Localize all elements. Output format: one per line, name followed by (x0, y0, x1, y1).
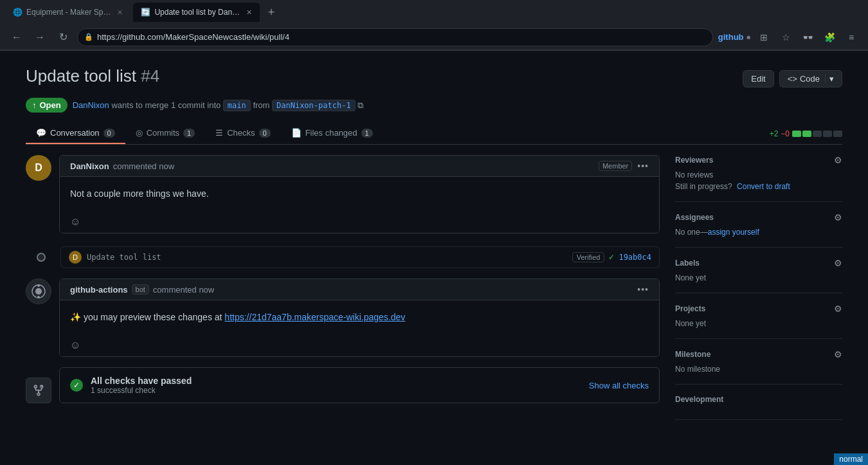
extensions-button[interactable]: 🧩 (820, 28, 838, 46)
bot-comment-footer: ☺ (60, 334, 659, 356)
code-button[interactable]: <> Code ▾ (779, 70, 842, 87)
head-branch-tag[interactable]: DanNixon-patch-1 (272, 100, 356, 111)
tab-label-pr: Update tool list by Dan… (154, 8, 240, 17)
star-button[interactable]: ☆ (777, 28, 795, 46)
address-bar[interactable]: 🔒 https://github.com/MakerSpaceNewcastle… (77, 28, 713, 46)
edit-button[interactable]: Edit (743, 70, 773, 87)
checks-tab-icon: ☰ (215, 128, 223, 138)
bot-comment-options-button[interactable]: ••• (637, 284, 649, 295)
comment-header-left-dannixon: DanNixon commented now (70, 161, 174, 171)
milestone-header: Milestone ⚙ (675, 349, 842, 360)
commit-message[interactable]: Update tool list (87, 253, 161, 262)
code-icon: <> (788, 74, 797, 84)
svg-point-2 (37, 284, 40, 287)
pr-header: Update tool list #4 Edit <> Code ▾ (26, 66, 842, 87)
tab-files-changed[interactable]: 📄 Files changed 1 (281, 123, 383, 144)
projects-header: Projects ⚙ (675, 304, 842, 314)
reviewers-title: Reviewers (675, 156, 713, 165)
no-one-text: No one (675, 228, 700, 237)
pr-header-buttons: Edit <> Code ▾ (743, 70, 842, 87)
commit-author-avatar: D (69, 251, 82, 264)
bot-emoji-reaction-button[interactable]: ☺ (70, 340, 80, 351)
show-all-checks-link[interactable]: Show all checks (589, 381, 649, 390)
pr-status-line: ↑ Open DanNixon wants to merge 1 commit … (26, 98, 842, 113)
tab-close-pr[interactable]: ✕ (246, 8, 252, 17)
diff-block-1 (792, 131, 801, 137)
checkmark-icon: ✓ (73, 381, 80, 390)
comment-box-github-actions: github-actions bot commented now ••• ✨ y… (59, 278, 660, 357)
commit-row: D Update tool list Verified ✓ 19ab0c4 (60, 246, 660, 268)
comment-author-dannixon[interactable]: DanNixon (70, 161, 109, 171)
emoji-reaction-button[interactable]: ☺ (70, 216, 80, 227)
commit-timeline-item: D Update tool list Verified ✓ 19ab0c4 (28, 244, 660, 271)
svg-point-3 (37, 296, 40, 298)
sidebar-section-assignees: Assignees ⚙ No one—assign yourself (675, 202, 842, 248)
conversation-tab-label: Conversation (50, 128, 100, 138)
tab-commits[interactable]: ◎ Commits 1 (125, 123, 205, 144)
reader-button[interactable]: 👓 (799, 28, 817, 46)
reviewers-header: Reviewers ⚙ (675, 155, 842, 165)
grid-button[interactable]: ⊞ (755, 28, 773, 46)
pr-author-link[interactable]: DanNixon (73, 100, 109, 110)
chevron-down-icon[interactable]: ▾ (825, 74, 834, 84)
diff-remove: −0 (781, 129, 790, 138)
comment-options-button[interactable]: ••• (637, 161, 649, 171)
commit-connector-area (28, 253, 54, 262)
sidebar-section-projects: Projects ⚙ None yet (675, 293, 842, 339)
new-tab-icon: + (268, 6, 275, 19)
diff-block-2 (802, 131, 811, 137)
reviewers-value: No reviews (675, 170, 842, 179)
labels-header: Labels ⚙ (675, 258, 842, 268)
check-success-icon: ✓ (70, 379, 83, 392)
sidebar-section-reviewers: Reviewers ⚙ No reviews Still in progress… (675, 155, 842, 202)
comment-header-left-bot: github-actions bot commented now (70, 284, 214, 295)
menu-button[interactable]: ≡ (842, 28, 860, 46)
tab-equipment[interactable]: 🌐 Equipment - Maker Sp… ✕ (5, 3, 131, 22)
checks-box: ✓ All checks have passed 1 successful ch… (59, 367, 660, 403)
forward-icon: → (35, 32, 45, 43)
milestone-gear-icon[interactable]: ⚙ (834, 349, 842, 360)
bot-author[interactable]: github-actions (70, 285, 128, 295)
tab-conversation[interactable]: 💬 Conversation 0 (26, 123, 125, 144)
milestone-title: Milestone (675, 350, 710, 359)
pr-main: D DanNixon commented now Member ••• (26, 155, 660, 424)
avatar-dannixon: D (26, 155, 51, 181)
verified-badge: Verified (572, 252, 605, 262)
assignees-gear-icon[interactable]: ⚙ (834, 212, 842, 223)
bot-preview-link[interactable]: https://21d7aa7b.makerspace-wiki.pages.d… (224, 312, 405, 322)
labels-gear-icon[interactable]: ⚙ (834, 258, 842, 268)
status-bar: normal (834, 453, 868, 465)
open-icon: ↑ (32, 100, 37, 110)
refresh-icon: ↻ (59, 31, 68, 43)
browser-nav-bar: ← → ↻ 🔒 https://github.com/MakerSpaceNew… (0, 24, 868, 50)
tab-checks[interactable]: ☰ Checks 0 (205, 123, 280, 144)
diff-add: +2 (770, 129, 779, 138)
commit-sha[interactable]: 19ab0c4 (619, 253, 651, 262)
assignees-title: Assignees (675, 213, 714, 222)
assignees-separator: — (700, 228, 708, 237)
labels-title: Labels (675, 259, 700, 268)
checks-tab-label: Checks (227, 128, 255, 138)
files-changed-tab-label: Files changed (305, 128, 357, 138)
github-dot: github (718, 32, 744, 42)
bot-comment-time: commented now (153, 285, 214, 295)
base-branch-tag[interactable]: main (223, 100, 251, 111)
new-tab-button[interactable]: + (262, 3, 280, 21)
projects-gear-icon[interactable]: ⚙ (834, 304, 842, 314)
nav-forward-button[interactable]: → (31, 28, 49, 46)
convert-to-draft-link[interactable]: Convert to draft (737, 182, 790, 191)
conversation-tab-icon: 💬 (36, 128, 46, 138)
tab-close-equipment[interactable]: ✕ (117, 8, 123, 17)
browser-tabs: 🌐 Equipment - Maker Sp… ✕ 🔄 Update tool … (0, 0, 868, 24)
assign-yourself-link[interactable]: assign yourself (708, 228, 759, 237)
pr-sidebar: Reviewers ⚙ No reviews Still in progress… (675, 155, 842, 424)
nav-refresh-button[interactable]: ↻ (54, 28, 72, 46)
reviewers-gear-icon[interactable]: ⚙ (834, 155, 842, 165)
nav-back-button[interactable]: ← (8, 28, 26, 46)
tab-favicon-equipment: 🌐 (13, 8, 23, 17)
commit-check-icon: ✓ (608, 253, 615, 262)
copy-branch-icon[interactable]: ⧉ (357, 100, 363, 110)
tab-pr[interactable]: 🔄 Update tool list by Dan… ✕ (133, 3, 260, 22)
checks-subtitle: 1 successful check (91, 386, 192, 395)
nav-right-controls: github ● ⊞ ☆ 👓 🧩 ≡ (718, 28, 860, 46)
